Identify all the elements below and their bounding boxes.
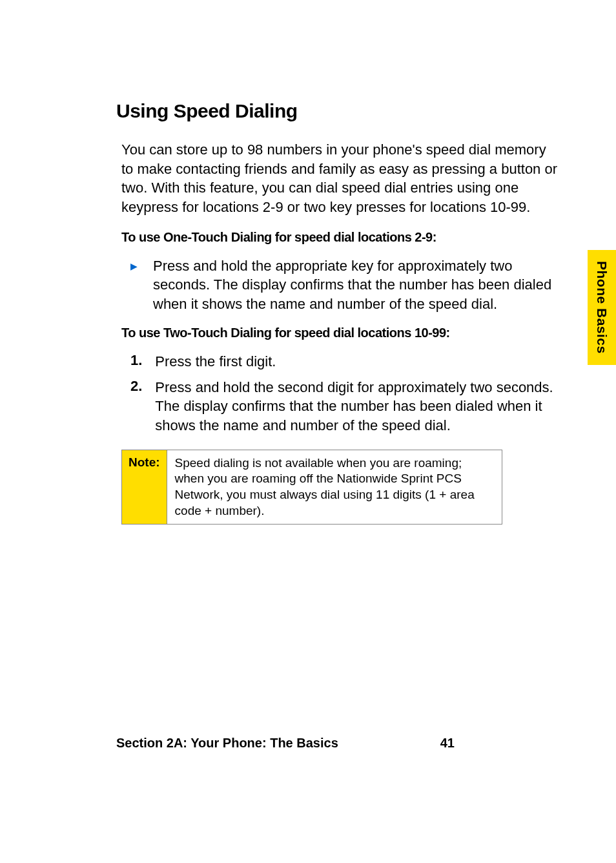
note-label: Note: (122, 450, 167, 525)
list-item: 2. Press and hold the second digit for a… (130, 378, 558, 435)
page-content: Using Speed Dialing You can store up to … (0, 0, 616, 525)
intro-paragraph: You can store up to 98 numbers in your p… (121, 140, 558, 217)
heading-using-speed-dialing: Using Speed Dialing (116, 100, 558, 122)
step-number: 2. (130, 378, 142, 435)
step-number: 1. (130, 352, 142, 371)
numbered-list: 1. Press the first digit. 2. Press and h… (130, 352, 558, 435)
subheading-two-touch: To use Two-Touch Dialing for speed dial … (121, 326, 558, 340)
note-box: Note: Speed dialing is not available whe… (121, 450, 502, 525)
list-item: 1. Press the first digit. (130, 352, 558, 371)
note-text: Speed dialing is not available when you … (167, 450, 502, 525)
footer: Section 2A: Your Phone: The Basics 41 (116, 736, 455, 751)
bullet-item: ▶ Press and hold the appropriate key for… (130, 256, 558, 314)
footer-section: Section 2A: Your Phone: The Basics (116, 736, 338, 751)
footer-page-number: 41 (440, 736, 455, 751)
subheading-one-touch: To use One-Touch Dialing for speed dial … (121, 230, 558, 245)
bullet-text: Press and hold the appropriate key for a… (153, 256, 558, 314)
side-tab: Phone Basics (588, 250, 616, 365)
step-text: Press and hold the second digit for appr… (155, 378, 558, 435)
step-text: Press the first digit. (155, 352, 276, 371)
arrow-icon: ▶ (130, 261, 138, 314)
side-tab-label: Phone Basics (594, 261, 610, 354)
